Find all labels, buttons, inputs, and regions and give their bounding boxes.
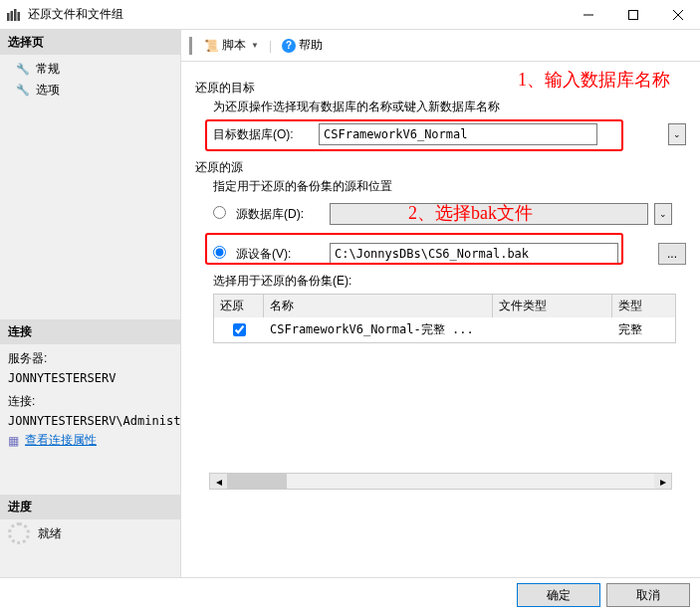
select-page-header: 选择页 <box>0 30 180 55</box>
spinner-icon <box>8 522 30 544</box>
svg-rect-5 <box>628 10 637 19</box>
backup-sets-table: 还原 名称 文件类型 类型 CSFrameworkV6_Normal-完整 ..… <box>213 294 676 343</box>
sidebar: 选择页 🔧 常规 🔧 选项 连接 服务器: JONNYTESTERSERV 连接… <box>0 30 181 577</box>
server-label: 服务器: <box>0 348 180 369</box>
col-name[interactable]: 名称 <box>264 295 493 317</box>
app-icon <box>0 9 28 21</box>
sidebar-item-label: 常规 <box>36 61 60 78</box>
horizontal-scrollbar[interactable]: ◂ ▸ <box>209 473 672 490</box>
script-dropdown[interactable]: 📜 脚本 ▼ <box>200 35 263 56</box>
target-db-label: 目标数据库(O): <box>213 126 313 143</box>
scroll-right-icon[interactable]: ▸ <box>654 474 671 489</box>
sidebar-item-general[interactable]: 🔧 常规 <box>0 59 180 80</box>
svg-rect-0 <box>7 13 10 21</box>
close-button[interactable] <box>655 0 700 30</box>
server-value: JONNYTESTERSERV <box>0 369 180 387</box>
toolbar-help-label: 帮助 <box>299 37 323 54</box>
source-device-radio[interactable] <box>213 246 230 262</box>
connection-header: 连接 <box>0 319 180 344</box>
table-row[interactable]: CSFrameworkV6_Normal-完整 ... 完整 <box>214 317 675 342</box>
wrench-icon: 🔧 <box>16 63 30 76</box>
row-type <box>493 317 612 342</box>
scroll-thumb[interactable] <box>227 474 287 489</box>
progress-label: 就绪 <box>38 525 62 542</box>
connection-label: 连接: <box>0 391 180 412</box>
browse-button[interactable]: ... <box>658 243 686 265</box>
window-title: 还原文件和文件组 <box>28 6 566 23</box>
restore-checkbox[interactable] <box>233 323 246 336</box>
source-device-label: 源设备(V): <box>236 246 324 263</box>
properties-icon: ▦ <box>8 434 19 448</box>
progress-status: 就绪 <box>0 519 180 547</box>
toolbar-script-label: 脚本 <box>222 37 246 54</box>
annotation-2: 2、选择bak文件 <box>408 201 533 225</box>
scroll-left-icon[interactable]: ◂ <box>210 474 227 489</box>
help-icon: ? <box>282 39 296 53</box>
col-restore[interactable]: 还原 <box>214 295 264 317</box>
svg-rect-1 <box>11 11 14 21</box>
row-kind: 完整 <box>612 317 675 342</box>
dialog-footer: 确定 取消 <box>0 578 700 612</box>
grip-icon <box>189 37 192 55</box>
table-header: 还原 名称 文件类型 类型 <box>214 295 675 317</box>
source-title: 还原的源 <box>195 159 686 176</box>
progress-header: 进度 <box>0 495 180 519</box>
content-area: 1、输入数据库名称 还原的目标 为还原操作选择现有数据库的名称或键入新数据库名称… <box>181 62 700 577</box>
chevron-down-icon: ⌄ <box>659 209 667 219</box>
source-db-radio[interactable] <box>213 206 230 222</box>
connection-value: JONNYTESTERSERV\Administrat <box>0 412 180 430</box>
cancel-button[interactable]: 取消 <box>606 583 690 607</box>
target-subtitle: 为还原操作选择现有数据库的名称或键入新数据库名称 <box>213 99 686 115</box>
source-device-input[interactable] <box>330 243 618 265</box>
annotation-1: 1、输入数据库名称 <box>518 68 670 92</box>
sidebar-item-label: 选项 <box>36 82 60 99</box>
minimize-button[interactable] <box>566 0 610 30</box>
source-db-label: 源数据库(D): <box>236 206 324 223</box>
source-subtitle: 指定用于还原的备份集的源和位置 <box>213 178 686 195</box>
help-button[interactable]: ? 帮助 <box>278 35 327 56</box>
title-bar: 还原文件和文件组 <box>0 0 700 30</box>
select-sets-label: 选择用于还原的备份集(E): <box>213 273 686 290</box>
link-label: 查看连接属性 <box>25 432 97 449</box>
target-db-dropdown[interactable]: ⌄ <box>668 123 686 145</box>
ellipsis-icon: ... <box>667 247 677 261</box>
svg-rect-2 <box>14 9 17 21</box>
svg-rect-3 <box>18 12 21 21</box>
chevron-down-icon: ⌄ <box>673 129 681 139</box>
wrench-icon: 🔧 <box>16 84 30 97</box>
ok-button[interactable]: 确定 <box>517 583 600 607</box>
col-kind[interactable]: 类型 <box>612 295 675 317</box>
script-icon: 📜 <box>204 39 219 53</box>
target-db-input[interactable] <box>319 123 597 145</box>
view-connection-properties-link[interactable]: ▦ 查看连接属性 <box>0 430 180 451</box>
sidebar-item-options[interactable]: 🔧 选项 <box>0 80 180 101</box>
toolbar: 📜 脚本 ▼ | ? 帮助 <box>181 30 700 62</box>
col-type[interactable]: 文件类型 <box>493 295 612 317</box>
maximize-button[interactable] <box>610 0 655 30</box>
chevron-down-icon: ▼ <box>251 41 259 50</box>
row-name: CSFrameworkV6_Normal-完整 ... <box>264 317 493 342</box>
source-db-dropdown: ⌄ <box>654 203 672 225</box>
